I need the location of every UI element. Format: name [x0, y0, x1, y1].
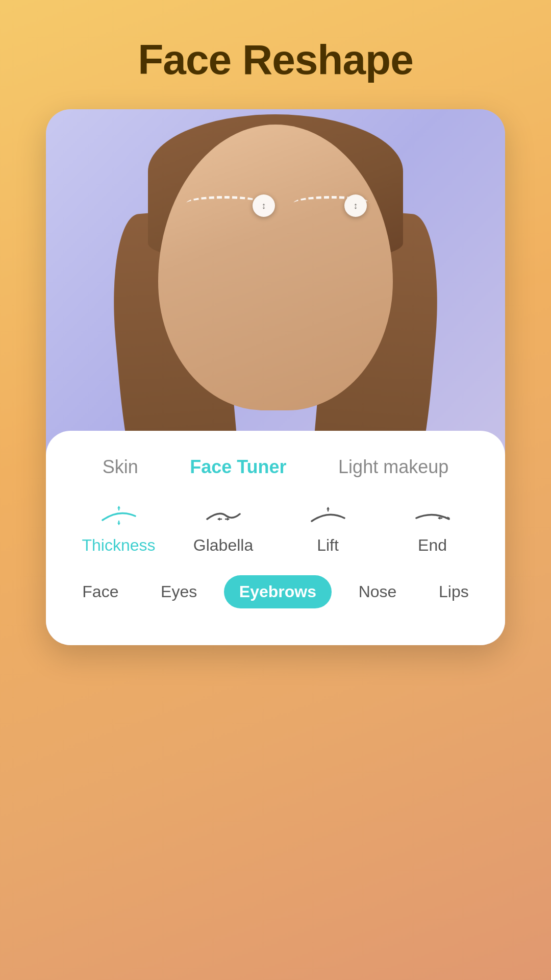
bottom-panel: Skin Face Tuner Light makeup Thickness	[46, 431, 505, 645]
tool-glabella[interactable]: Glabella	[183, 503, 264, 555]
category-row: Face Eyes Eyebrows Nose Lips	[46, 570, 505, 624]
svg-marker-13	[438, 517, 440, 520]
glabella-label: Glabella	[193, 536, 253, 555]
tab-face-tuner[interactable]: Face Tuner	[180, 451, 296, 483]
category-lips[interactable]: Lips	[423, 575, 484, 608]
tab-skin[interactable]: Skin	[92, 451, 148, 483]
tabs-row: Skin Face Tuner Light makeup	[46, 431, 505, 493]
thickness-label: Thickness	[82, 536, 155, 555]
category-eyes[interactable]: Eyes	[145, 575, 212, 608]
right-eyebrow-handle[interactable]: ↕	[344, 194, 367, 217]
tools-row: Thickness Glabella	[46, 493, 505, 570]
svg-marker-1	[117, 506, 120, 508]
page-title: Face Reshape	[138, 36, 413, 84]
glabella-icon	[203, 503, 244, 529]
tool-lift[interactable]: Lift	[287, 503, 369, 555]
category-nose[interactable]: Nose	[343, 575, 412, 608]
tool-thickness[interactable]: Thickness	[78, 503, 160, 555]
right-eyebrow-line: ↕	[293, 196, 370, 210]
left-eyebrow-handle[interactable]: ↕	[253, 194, 275, 217]
tool-end[interactable]: End	[392, 503, 473, 555]
thickness-icon	[98, 503, 139, 529]
svg-marker-9	[327, 507, 330, 509]
left-eyebrow-line: ↕	[186, 196, 263, 210]
photo-card: ↕ ↕ Skin Face Tuner Light makeup	[46, 109, 505, 645]
end-label: End	[418, 536, 447, 555]
svg-marker-3	[117, 523, 120, 525]
svg-marker-7	[217, 518, 220, 521]
category-eyebrows[interactable]: Eyebrows	[224, 575, 332, 608]
category-face[interactable]: Face	[67, 575, 134, 608]
lift-icon	[308, 503, 348, 529]
lift-label: Lift	[317, 536, 339, 555]
tab-light-makeup[interactable]: Light makeup	[328, 451, 459, 483]
end-icon	[412, 503, 453, 529]
